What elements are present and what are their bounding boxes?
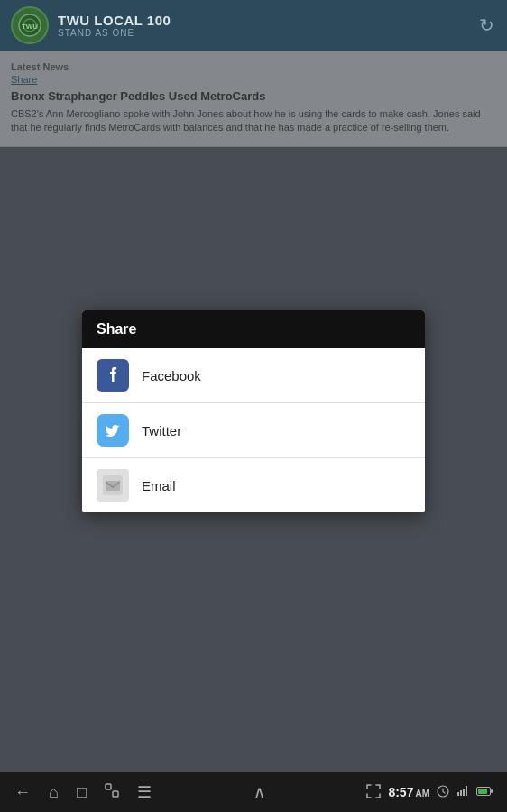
- facebook-icon: [97, 359, 129, 392]
- scale-button[interactable]: [105, 783, 119, 802]
- app-subtitle: STAND AS ONE: [58, 28, 171, 38]
- share-dialog-header: Share: [82, 310, 425, 348]
- svg-rect-8: [113, 791, 118, 797]
- overlay: Share Facebook Twitter: [0, 51, 507, 772]
- svg-rect-14: [466, 786, 467, 796]
- share-dialog-title: Share: [97, 321, 136, 337]
- share-option-twitter[interactable]: Twitter: [82, 403, 425, 458]
- email-icon: [97, 469, 129, 502]
- twitter-icon: [97, 414, 129, 447]
- back-button[interactable]: ←: [14, 783, 31, 802]
- nav-right-group: 8:57AM: [366, 784, 493, 801]
- svg-rect-6: [106, 481, 120, 491]
- svg-rect-16: [491, 789, 493, 793]
- app-title: TWU LOCAL 100: [58, 13, 171, 28]
- app-header: TWU TWU LOCAL 100 STAND AS ONE ↻: [0, 0, 507, 51]
- svg-rect-11: [457, 792, 459, 796]
- nav-center-group: ∧: [254, 782, 265, 802]
- svg-text:TWU: TWU: [22, 23, 38, 31]
- up-arrow-button[interactable]: ∧: [254, 782, 265, 802]
- svg-rect-13: [463, 789, 465, 796]
- signal-icon: [456, 785, 469, 800]
- share-option-facebook[interactable]: Facebook: [82, 348, 425, 403]
- status-time: 8:57AM: [388, 785, 429, 799]
- svg-rect-12: [460, 790, 462, 796]
- menu-button[interactable]: ☰: [137, 782, 152, 802]
- app-logo: TWU: [11, 6, 49, 44]
- app-title-block: TWU LOCAL 100 STAND AS ONE: [58, 13, 171, 38]
- fullscreen-icon: [366, 784, 381, 801]
- twitter-label: Twitter: [142, 423, 181, 438]
- recent-apps-button[interactable]: □: [77, 783, 87, 802]
- clock-icon: [437, 785, 449, 800]
- bottom-navigation-bar: ← ⌂ □ ☰ ∧ 8:57AM: [0, 772, 507, 812]
- svg-rect-17: [478, 789, 487, 794]
- svg-rect-7: [106, 784, 111, 789]
- battery-icon: [476, 786, 493, 799]
- nav-left-group: ← ⌂ □ ☰: [14, 782, 152, 802]
- refresh-button[interactable]: ↻: [479, 14, 494, 36]
- email-label: Email: [142, 478, 176, 494]
- share-option-email[interactable]: Email: [82, 458, 425, 512]
- home-button[interactable]: ⌂: [49, 783, 59, 802]
- facebook-label: Facebook: [142, 368, 201, 383]
- share-dialog: Share Facebook Twitter: [82, 310, 425, 512]
